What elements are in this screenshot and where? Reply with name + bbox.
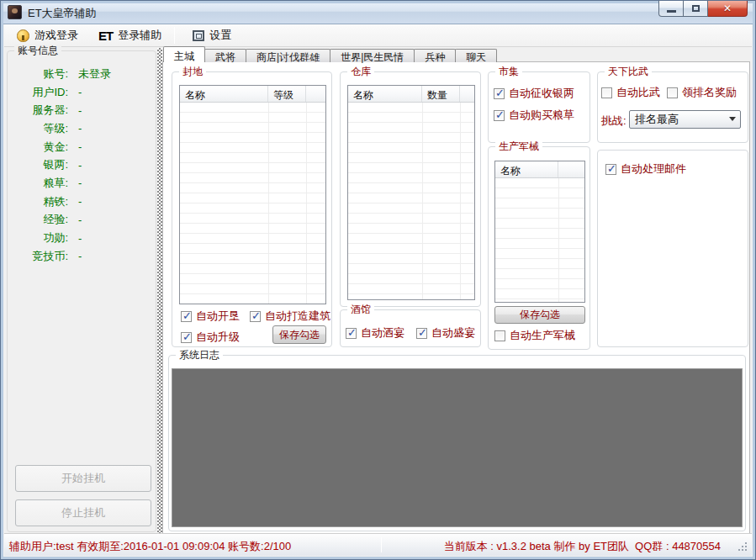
fief-list: 名称 等级 xyxy=(179,85,326,304)
duel-title: 天下比武 xyxy=(605,66,652,78)
account-row-arena-coin: 竞技币:- xyxy=(8,247,156,266)
tavern-group: 酒馆 自动酒宴 自动盛宴 xyxy=(340,309,481,347)
tab-units[interactable]: 兵种 xyxy=(414,49,456,62)
toolbar: 游戏登录 ET 登录辅助 设置 xyxy=(4,24,752,47)
system-log-title: 系统日志 xyxy=(176,349,223,362)
tab-world-civil[interactable]: 世界|民生民情 xyxy=(330,49,415,62)
et-logo-icon: ET xyxy=(98,29,113,43)
account-row-food: 粮草:- xyxy=(8,174,156,193)
account-info-title: 账号信息 xyxy=(14,45,61,57)
checkbox-box xyxy=(416,328,427,339)
account-row-silver: 银两:- xyxy=(8,156,156,174)
window-title: ET大皇帝辅助 xyxy=(28,6,97,21)
warehouse-list-body[interactable] xyxy=(348,103,474,299)
checkbox-auto-feast[interactable]: 自动盛宴 xyxy=(416,325,475,341)
game-login-button[interactable]: 游戏登录 xyxy=(9,24,86,46)
resize-grip-icon[interactable] xyxy=(738,542,748,552)
fief-col-name[interactable]: 名称 xyxy=(180,86,268,102)
account-row-iron: 精铁:- xyxy=(8,193,156,211)
checkbox-auto-banquet[interactable]: 自动酒宴 xyxy=(346,325,404,341)
account-row-merit: 功勋:- xyxy=(8,229,156,247)
settings-button[interactable]: 设置 xyxy=(185,24,239,46)
tab-chat[interactable]: 聊天 xyxy=(455,49,497,62)
checkbox-auto-build[interactable]: 自动打造建筑 xyxy=(250,309,330,324)
account-row-gold: 黄金:- xyxy=(8,138,156,156)
statusbar-divider xyxy=(381,537,382,552)
checkbox-auto-upgrade[interactable]: 自动升级 xyxy=(181,330,240,345)
maximize-icon xyxy=(692,5,700,12)
duel-group: 天下比武 自动比武 领排名奖励 挑战: 排名最高 xyxy=(597,71,748,143)
checkbox-claim-rank-reward[interactable]: 领排名奖励 xyxy=(667,85,737,100)
checkbox-auto-collect-silver[interactable]: 自动征收银两 xyxy=(494,86,574,101)
settings-icon xyxy=(193,30,204,41)
checkbox-box xyxy=(494,88,505,99)
system-log-group: 系统日志 xyxy=(168,355,746,531)
tab-shop-conquest[interactable]: 商店|讨伐群雄 xyxy=(246,49,330,62)
fief-save-button[interactable]: 保存勾选 xyxy=(272,325,326,344)
checkbox-box xyxy=(667,87,678,98)
ordnance-title: 生产军械 xyxy=(495,140,542,153)
warehouse-group: 仓库 名称 数量 xyxy=(340,71,481,307)
checkbox-label: 自动比武 xyxy=(616,85,660,100)
chevron-down-icon xyxy=(729,117,736,121)
checkbox-auto-produce-ordnance[interactable]: 自动生产军械 xyxy=(494,328,575,343)
close-button[interactable]: ✕ xyxy=(708,1,748,17)
fief-title: 封地 xyxy=(179,66,206,78)
license-status-text: 辅助用户:test 有效期至:2016-01-01 09:09:04 账号数:2… xyxy=(9,539,291,554)
key-icon xyxy=(17,29,29,42)
warehouse-col-qty[interactable]: 数量 xyxy=(422,86,460,102)
warehouse-title: 仓库 xyxy=(347,66,374,78)
checkbox-auto-handle-mail[interactable]: 自动处理邮件 xyxy=(605,161,686,177)
market-title: 市集 xyxy=(495,66,522,78)
account-row-username: 账号:未登录 xyxy=(8,65,156,83)
fief-list-header: 名称 等级 xyxy=(180,86,325,103)
checkbox-box xyxy=(601,87,612,98)
title-bar[interactable]: ET大皇帝辅助 xyxy=(1,1,755,24)
login-helper-button[interactable]: ET 登录辅助 xyxy=(91,24,169,46)
ordnance-list-body[interactable] xyxy=(495,178,584,302)
maximize-button[interactable] xyxy=(684,1,708,17)
start-hangup-button[interactable]: 开始挂机 xyxy=(15,465,151,492)
account-fields: 账号:未登录 用户ID:- 服务器:- 等级:- 黄金:- 银两:- 粮草:- … xyxy=(8,65,156,266)
checkbox-box xyxy=(346,328,357,339)
tavern-title: 酒馆 xyxy=(347,304,374,316)
login-helper-label: 登录辅助 xyxy=(118,28,161,43)
checkbox-box xyxy=(250,311,261,322)
checkbox-label: 自动处理邮件 xyxy=(621,161,686,177)
account-row-exp: 经验:- xyxy=(8,211,156,230)
ordnance-save-button[interactable]: 保存勾选 xyxy=(494,306,585,324)
checkbox-label: 自动升级 xyxy=(196,330,240,345)
fief-list-body[interactable] xyxy=(180,103,325,304)
ordnance-col-name[interactable]: 名称 xyxy=(495,161,558,177)
warehouse-col-filler xyxy=(460,86,474,102)
checkbox-auto-buy-food[interactable]: 自动购买粮草 xyxy=(494,108,574,123)
tab-main-city[interactable]: 主城 xyxy=(163,46,205,62)
checkbox-label: 自动生产军械 xyxy=(510,328,575,343)
ordnance-list-header: 名称 xyxy=(495,161,584,178)
close-icon: ✕ xyxy=(723,3,732,14)
checkbox-auto-duel[interactable]: 自动比武 xyxy=(601,85,660,100)
ordnance-col-filler xyxy=(558,161,584,177)
checkbox-box xyxy=(605,164,616,175)
account-row-server: 服务器:- xyxy=(8,101,156,119)
app-icon xyxy=(8,5,22,19)
stop-hangup-button[interactable]: 停止挂机 xyxy=(15,499,151,526)
checkbox-label: 自动开垦 xyxy=(196,309,240,324)
tab-generals[interactable]: 武将 xyxy=(204,49,246,62)
checkbox-label: 自动征收银两 xyxy=(509,86,574,101)
warehouse-col-name[interactable]: 名称 xyxy=(348,86,422,102)
fief-col-filler xyxy=(306,86,325,102)
checkbox-auto-reclaim[interactable]: 自动开垦 xyxy=(181,309,240,324)
challenge-dropdown[interactable]: 排名最高 xyxy=(629,110,741,129)
challenge-label: 挑战: xyxy=(601,114,626,129)
minimize-button[interactable] xyxy=(658,1,684,17)
tab-strip: 主城 武将 商店|讨伐群雄 世界|民生民情 兵种 聊天 xyxy=(163,47,496,62)
fief-col-level[interactable]: 等级 xyxy=(268,86,306,102)
status-bar: 辅助用户:test 有效期至:2016-01-01 09:09:04 账号数:2… xyxy=(4,533,752,556)
checkbox-box xyxy=(181,332,192,343)
mail-group: 自动处理邮件 xyxy=(597,150,748,347)
market-group: 市集 自动征收银两 自动购买粮草 xyxy=(488,71,590,143)
app-window: ET大皇帝辅助 ✕ 游戏登录 ET 登录辅助 设置 账号信息 账号:未登录 用户… xyxy=(0,0,756,560)
game-login-label: 游戏登录 xyxy=(34,28,78,43)
toolbar-separator xyxy=(174,27,175,44)
